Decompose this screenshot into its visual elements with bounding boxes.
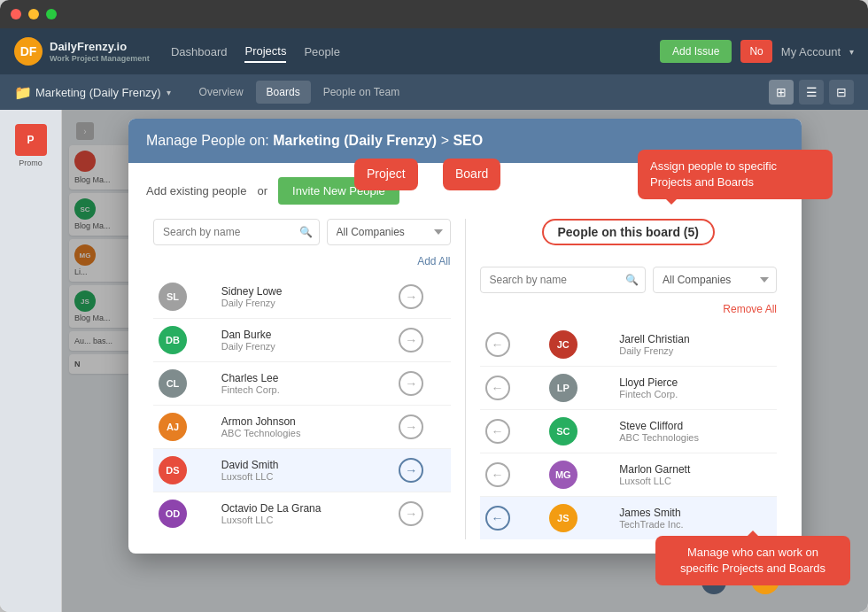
person-name: Armon Johnson	[221, 415, 388, 428]
avatar: AJ	[159, 413, 187, 441]
add-issue-button[interactable]: Add Issue	[660, 40, 732, 63]
table-row: DS David SmithLuxsoft LLC →	[153, 449, 451, 492]
avatar: JS	[549, 504, 577, 532]
left-search-input[interactable]	[153, 219, 320, 245]
person-company: Luxsoft LLC	[619, 476, 771, 486]
my-account-menu[interactable]: My Account	[781, 45, 841, 58]
nav-right: Add Issue No My Account ▾	[660, 40, 854, 63]
person-name: Charles Lee	[221, 372, 388, 384]
avatar: DS	[159, 456, 187, 484]
close-button[interactable]	[11, 9, 21, 19]
nav-people[interactable]: People	[304, 42, 339, 62]
add-existing-label: Add existing people	[146, 184, 246, 198]
app-window: DF DailyFrenzy.io Work Project Managemen…	[0, 0, 868, 612]
right-search-box: 🔍	[480, 267, 647, 293]
person-company: ABC Technologies	[221, 428, 388, 438]
add-all-row: Add All	[153, 252, 451, 268]
person-name: Sidney Lowe	[221, 285, 388, 298]
nav-dashboard[interactable]: Dashboard	[171, 42, 228, 62]
add-all-link[interactable]: Add All	[417, 255, 450, 267]
modal-columns: 🔍 All Companies Add All	[146, 219, 784, 539]
minimize-button[interactable]	[28, 9, 39, 19]
remove-person-button[interactable]: ←	[485, 506, 510, 531]
sidebar-item-promo[interactable]: P Promo	[0, 117, 61, 174]
logo-name: DailyFrenzy.io	[50, 40, 150, 54]
modal-body: Add existing people or Invite New People	[128, 163, 802, 554]
table-row: ← JS James SmithTechTrade Inc.	[480, 497, 778, 540]
table-row: CL Charles LeeFintech Corp. →	[153, 362, 451, 406]
left-company-filter[interactable]: All Companies	[327, 219, 451, 245]
nav-projects[interactable]: Projects	[244, 41, 286, 63]
nav-overview[interactable]: Overview	[189, 81, 254, 104]
person-name: Dan Burke	[221, 329, 388, 341]
add-person-button[interactable]: →	[399, 284, 423, 309]
add-person-button[interactable]: →	[399, 458, 423, 483]
callout-project: Project	[354, 159, 418, 190]
avatar: JC	[549, 330, 577, 359]
notifications-button[interactable]: No	[740, 40, 771, 63]
left-search-row: 🔍 All Companies	[153, 219, 451, 245]
avatar: CL	[159, 369, 187, 398]
right-search-input[interactable]	[480, 267, 647, 293]
account-chevron-icon: ▾	[849, 47, 854, 57]
person-name: Lloyd Pierce	[619, 376, 771, 389]
person-company: ABC Technologies	[619, 432, 771, 443]
right-people-table: ← JC Jarell ChristianDaily Frenzy ← LP L…	[480, 323, 778, 539]
folder-icon: 📁	[14, 84, 32, 101]
table-row: ← SC Steve CliffordABC Technologies	[480, 410, 778, 453]
callout-manage: Manage who can work on specific Projects…	[655, 536, 850, 585]
remove-person-button[interactable]: ←	[485, 419, 510, 444]
table-row: SL Sidney LoweDaily Frenzy →	[153, 275, 451, 319]
board-area: › Blog Blog Ma... SC Blog Ma... MG Li...…	[62, 110, 868, 612]
avatar: MG	[549, 461, 577, 489]
person-name: Marlon Garnett	[619, 463, 771, 476]
or-label: or	[257, 184, 267, 198]
people-on-board-header: People on this board (5)	[542, 219, 716, 245]
person-name: Jarell Christian	[619, 333, 771, 345]
person-company: Fintech Corp.	[221, 384, 388, 395]
add-person-button[interactable]: →	[399, 414, 423, 439]
table-row: ← LP Lloyd PierceFintech Corp.	[480, 367, 778, 410]
avatar: LP	[549, 374, 577, 402]
nav-people-on-team[interactable]: People on Team	[313, 81, 411, 104]
filter-button[interactable]: ⊟	[829, 80, 854, 105]
add-person-button[interactable]: →	[399, 371, 423, 396]
title-bar	[0, 0, 868, 28]
right-search-icon: 🔍	[625, 274, 639, 286]
right-header-row: People on this board (5)	[480, 219, 778, 256]
add-person-button[interactable]: →	[399, 501, 423, 526]
second-nav-links: Overview Boards People on Team	[189, 81, 411, 104]
nav-boards[interactable]: Boards	[256, 81, 311, 104]
remove-person-button[interactable]: ←	[485, 376, 510, 400]
logo: DF DailyFrenzy.io Work Project Managemen…	[14, 37, 150, 66]
person-company: Daily Frenzy	[221, 341, 388, 352]
remove-all-link[interactable]: Remove All	[723, 303, 777, 315]
main-area: P Promo › Blog Blog Ma... SC Blog Ma...	[0, 110, 868, 612]
left-search-box: 🔍	[153, 219, 320, 245]
person-company: Fintech Corp.	[619, 389, 771, 399]
sidebar: P Promo	[0, 110, 62, 612]
remove-person-button[interactable]: ←	[485, 462, 510, 487]
nav-links: Dashboard Projects People	[171, 41, 639, 63]
table-row: OD Octavio De La GranaLuxsoft LLC →	[153, 492, 451, 536]
person-company: Luxsoft LLC	[221, 515, 388, 525]
right-search-row: 🔍 All Companies	[480, 267, 778, 293]
avatar: SL	[159, 283, 187, 311]
sidebar-promo-label: Promo	[19, 159, 43, 167]
avatar: DB	[159, 326, 187, 354]
person-company: Daily Frenzy	[221, 298, 388, 308]
add-person-button[interactable]: →	[399, 328, 423, 352]
maximize-button[interactable]	[46, 9, 57, 19]
second-nav: 📁 Marketing (Daily Frenzy) ▾ Overview Bo…	[0, 74, 868, 110]
sidebar-promo-icon: P	[15, 124, 47, 156]
table-row: AJ Armon JohnsonABC Technologies →	[153, 406, 451, 449]
modal-right-panel: People on this board (5) 🔍	[473, 219, 785, 539]
person-company: Daily Frenzy	[619, 345, 771, 356]
avatar: OD	[159, 500, 187, 528]
grid-view-button[interactable]: ⊞	[769, 80, 794, 105]
callout-board: Board	[443, 159, 500, 190]
right-company-filter[interactable]: All Companies	[653, 267, 777, 293]
list-view-button[interactable]: ☰	[799, 80, 824, 105]
remove-person-button[interactable]: ←	[485, 332, 510, 357]
avatar: SC	[549, 417, 577, 445]
